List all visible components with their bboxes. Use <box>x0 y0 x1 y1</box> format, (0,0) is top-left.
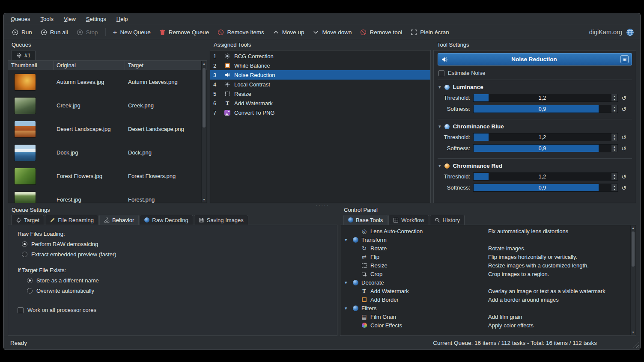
scroll-down-icon[interactable]: ▾ <box>202 197 206 202</box>
estimate-noise-checkbox-row[interactable]: Estimate Noise <box>438 70 631 76</box>
spin-up-icon[interactable]: ▴ <box>614 184 615 187</box>
tool-list-item[interactable]: Crop Crop images to a region. <box>340 270 630 278</box>
spin-arrows[interactable]: ▴▾ <box>611 173 617 180</box>
tab-raw-decoding[interactable]: Raw Decoding <box>140 215 193 225</box>
spin-down-icon[interactable]: ▾ <box>614 98 615 101</box>
move-down-button[interactable]: Move down <box>309 27 355 37</box>
stop-button[interactable]: Stop <box>73 27 102 37</box>
spin-down-icon[interactable]: ▾ <box>614 177 615 180</box>
run-all-button[interactable]: Run all <box>37 27 72 37</box>
table-row[interactable]: Forest.jpg Forest.png <box>8 188 207 203</box>
spin-arrows[interactable]: ▴▾ <box>611 184 617 191</box>
queue-tab-1[interactable]: #1 <box>11 50 36 60</box>
table-row[interactable]: Desert Landscape.jpg Desert Landscape.pn… <box>8 117 207 141</box>
new-queue-button[interactable]: + New Queue <box>109 27 155 37</box>
softness-spinbox[interactable]: 0,9 ▴▾ <box>473 144 618 152</box>
spin-up-icon[interactable]: ▴ <box>614 95 615 98</box>
reset-default-icon[interactable]: ↺ <box>621 174 626 180</box>
remove-queue-button[interactable]: Remove Queue <box>155 27 213 37</box>
tab-history[interactable]: History <box>430 215 465 225</box>
chrominance-red-section-header[interactable]: ▾ Chrominance Red <box>438 163 632 169</box>
resize-grip-icon[interactable] <box>633 342 639 348</box>
menu-settings[interactable]: Settings <box>86 16 106 22</box>
tool-list-item[interactable]: ⇄Flip Flip images horizontally or vertic… <box>340 252 630 261</box>
spin-up-icon[interactable]: ▴ <box>614 106 615 109</box>
spin-up-icon[interactable]: ▴ <box>614 173 615 176</box>
scrollbar-thumb[interactable] <box>632 231 635 267</box>
radio-store-as-different-name[interactable]: Store as a different name <box>27 277 337 284</box>
reset-default-icon[interactable]: ↺ <box>621 145 626 151</box>
spin-up-icon[interactable]: ▴ <box>614 145 615 148</box>
table-row[interactable]: Dock.jpg Dock.png <box>8 141 207 164</box>
luminance-section-header[interactable]: ▾ Luminance <box>438 84 632 90</box>
tool-group[interactable]: ▾Filters <box>340 304 630 312</box>
spin-down-icon[interactable]: ▾ <box>614 148 615 151</box>
assigned-tool-row[interactable]: 7 Convert To PNG <box>210 108 430 117</box>
radio-perform-raw-demosaicing[interactable]: Perform RAW demosaicing <box>22 241 337 247</box>
tool-list-item[interactable]: ↻Rotate Rotate images. <box>340 244 630 252</box>
tab-workflow[interactable]: Workflow <box>388 215 429 225</box>
column-header-original[interactable]: Original <box>54 61 125 70</box>
tab-saving-images[interactable]: Saving Images <box>194 215 248 225</box>
chrominance-blue-section-header[interactable]: ▾ Chrominance Blue <box>438 123 632 130</box>
column-header-thumbnail[interactable]: Thumbnail <box>8 61 54 70</box>
radio-extract-embedded-preview[interactable]: Extract embedded preview (faster) <box>22 251 337 258</box>
menu-queues[interactable]: Queues <box>11 16 30 22</box>
threshold-spinbox[interactable]: 1,2 ▴▾ <box>473 133 618 141</box>
spin-arrows[interactable]: ▴▾ <box>611 134 617 141</box>
tool-group[interactable]: ▾Transform <box>340 235 630 244</box>
checkbox-work-on-all-cores[interactable]: Work on all processor cores <box>18 307 337 313</box>
tab-target[interactable]: Target <box>11 215 44 225</box>
assigned-tool-row[interactable]: 2 White Balance <box>210 61 430 70</box>
threshold-spinbox[interactable]: 1,2 ▴▾ <box>473 172 618 181</box>
spin-arrows[interactable]: ▴▾ <box>611 94 617 101</box>
assigned-tool-row[interactable]: 1 BCG Correction <box>210 51 430 61</box>
tool-list-item[interactable]: Add Border Add a border around images <box>340 295 630 304</box>
threshold-spinbox[interactable]: 1,2 ▴▾ <box>473 94 618 102</box>
tab-base-tools[interactable]: Base Tools <box>343 215 388 225</box>
reset-default-icon[interactable]: ↺ <box>621 185 626 191</box>
reset-default-icon[interactable]: ↺ <box>621 95 626 101</box>
assigned-tool-row[interactable]: 6 T Add Watermark <box>210 98 430 108</box>
tool-list-item[interactable]: TAdd Watermark Overlay an image or text … <box>340 287 630 295</box>
fullscreen-button[interactable]: Plein écran <box>407 27 453 37</box>
tool-list-item[interactable]: ◎Lens Auto-Correction Fix automatically … <box>340 227 630 235</box>
remove-tool-button[interactable]: Remove tool <box>356 27 406 37</box>
tool-list-item[interactable]: ▤Film Grain Add film grain <box>340 312 630 321</box>
tab-behavior[interactable]: Behavior <box>99 215 139 225</box>
spin-down-icon[interactable]: ▾ <box>614 109 615 112</box>
horizontal-splitter[interactable]: ····· <box>8 203 636 206</box>
spin-up-icon[interactable]: ▴ <box>614 134 615 137</box>
spin-arrows[interactable]: ▴▾ <box>611 105 617 113</box>
tool-group[interactable]: ▾Decorate <box>340 278 630 287</box>
remove-items-button[interactable]: Remove items <box>214 27 268 37</box>
tab-file-renaming[interactable]: File Renaming <box>45 215 98 225</box>
softness-spinbox[interactable]: 0,9 ▴▾ <box>473 184 618 192</box>
tool-list-item[interactable]: Resize Resize images with a customized l… <box>340 261 630 270</box>
assigned-tool-row[interactable]: 5 Resize <box>210 89 430 98</box>
softness-spinbox[interactable]: 0,9 ▴▾ <box>473 105 618 113</box>
scroll-up-icon[interactable]: ▴ <box>202 61 206 66</box>
menu-tools[interactable]: Tools <box>41 16 54 22</box>
scrollbar-thumb[interactable] <box>203 68 206 128</box>
assigned-tool-row-selected[interactable]: 3 Noise Reduction <box>210 70 430 80</box>
reset-default-icon[interactable]: ↺ <box>621 106 626 112</box>
menu-view[interactable]: View <box>64 16 76 22</box>
tool-list-item[interactable]: Color Effects Apply color effects <box>340 321 630 329</box>
table-row[interactable]: Creek.jpg Creek.png <box>8 94 207 117</box>
scroll-up-icon[interactable]: ▴ <box>631 226 635 231</box>
spin-down-icon[interactable]: ▾ <box>614 137 615 140</box>
run-button[interactable]: Run <box>8 27 36 37</box>
assigned-tool-row[interactable]: 4 Local Contrast <box>210 80 430 89</box>
reset-default-icon[interactable]: ↺ <box>621 134 626 140</box>
column-header-target[interactable]: Target <box>125 61 201 70</box>
scroll-down-icon[interactable]: ▾ <box>631 330 635 335</box>
control-panel-vertical-scrollbar[interactable]: ▴ ▾ <box>630 226 635 335</box>
spin-arrows[interactable]: ▴▾ <box>611 145 617 152</box>
menu-help[interactable]: Help <box>116 16 128 22</box>
move-up-button[interactable]: Move up <box>269 27 308 37</box>
tool-settings-menu-button[interactable]: ▣ <box>620 55 629 63</box>
table-row[interactable]: Autumn Leaves.jpg Autumn Leaves.png <box>8 70 207 94</box>
queues-vertical-scrollbar[interactable]: ▴ ▾ <box>201 61 206 202</box>
radio-overwrite-automatically[interactable]: Overwrite automatically <box>27 288 337 294</box>
